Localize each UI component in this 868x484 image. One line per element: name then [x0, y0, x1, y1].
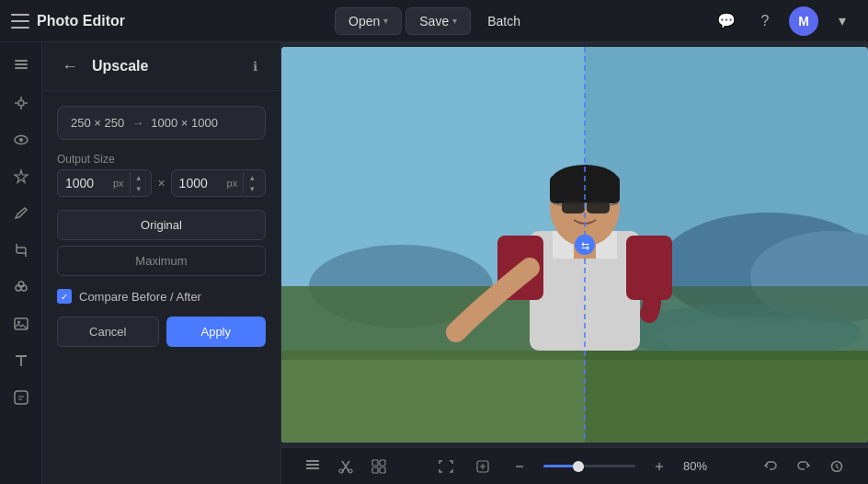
width-input[interactable] — [58, 170, 113, 196]
grid-bottom-icon[interactable] — [366, 454, 392, 479]
canvas-image-wrapper[interactable]: ⇆ — [281, 42, 868, 447]
size-to: 1000 × 1000 — [151, 116, 218, 130]
undo-icon[interactable] — [758, 454, 783, 479]
bottom-right-actions — [758, 454, 850, 479]
upscale-panel: ← Upscale ℹ 250 × 250 → 1000 × 1000 Outp… — [42, 42, 281, 484]
redo-icon[interactable] — [791, 454, 817, 479]
open-button[interactable]: Open ▾ — [335, 7, 402, 35]
back-button[interactable]: ← — [57, 53, 83, 79]
multiply-symbol: × — [157, 176, 165, 190]
svg-rect-16 — [15, 391, 28, 404]
bottom-left-tools — [300, 454, 392, 479]
width-down-btn[interactable]: ▼ — [131, 183, 147, 194]
svg-rect-45 — [306, 467, 319, 469]
sidebar-item-adjustments[interactable] — [5, 86, 38, 120]
svg-rect-46 — [306, 460, 319, 462]
help-icon: ? — [761, 13, 770, 29]
layers-bottom-icon[interactable] — [300, 454, 326, 479]
height-spinners: ▲ ▼ — [243, 172, 260, 194]
original-mode-button[interactable]: Original — [57, 210, 266, 240]
compare-checkbox-row[interactable]: ✓ Compare Before / After — [57, 289, 266, 304]
canvas-area: ⇆ — [281, 42, 868, 484]
bottom-bar: 80% — [281, 447, 868, 484]
width-unit: px — [113, 178, 130, 189]
width-spinners: ▲ ▼ — [130, 172, 147, 194]
height-input[interactable] — [172, 170, 227, 196]
sidebar-item-eye[interactable] — [5, 123, 38, 156]
panel-title: Upscale — [92, 58, 234, 75]
svg-point-3 — [18, 100, 24, 106]
sidebar-item-sticker[interactable] — [5, 381, 38, 414]
width-up-btn[interactable]: ▲ — [131, 172, 147, 183]
panel-body: 250 × 250 → 1000 × 1000 Output Size px ▲… — [42, 91, 280, 362]
size-from: 250 × 250 — [71, 116, 124, 130]
batch-button[interactable]: Batch — [474, 8, 533, 34]
sidebar-item-crop[interactable] — [5, 234, 38, 267]
open-chevron-icon: ▾ — [383, 16, 388, 26]
actual-size-icon[interactable] — [470, 454, 496, 479]
height-unit: px — [227, 178, 244, 189]
svg-rect-36 — [587, 201, 610, 213]
zoom-level: 80% — [683, 459, 716, 473]
history-icon[interactable] — [824, 454, 850, 479]
svg-rect-25 — [281, 351, 585, 443]
apply-button[interactable]: Apply — [166, 317, 267, 347]
save-button[interactable]: Save ▾ — [405, 7, 471, 35]
svg-rect-0 — [15, 63, 28, 65]
left-sidebar — [0, 42, 42, 484]
avatar[interactable]: M — [789, 6, 818, 36]
chat-icon: 💬 — [717, 12, 736, 29]
arrow-icon: → — [131, 116, 143, 130]
zoom-in-btn[interactable] — [646, 454, 672, 479]
sidebar-item-group[interactable] — [5, 271, 38, 304]
sidebar-item-magic[interactable] — [5, 160, 38, 193]
compare-checkbox[interactable]: ✓ — [57, 289, 72, 304]
svg-rect-51 — [372, 467, 378, 473]
compare-label: Compare Before / After — [79, 290, 201, 304]
action-buttons: Cancel Apply — [57, 317, 266, 347]
zoom-out-btn[interactable] — [507, 454, 532, 479]
sidebar-item-text[interactable] — [5, 344, 38, 377]
fit-screen-icon[interactable] — [433, 454, 459, 479]
app-title: Photo Editor — [37, 13, 125, 29]
bottom-center-zoom: 80% — [433, 454, 716, 479]
chat-icon-btn[interactable]: 💬 — [712, 6, 741, 36]
size-preview: 250 × 250 → 1000 × 1000 — [57, 106, 266, 140]
svg-rect-1 — [15, 67, 28, 69]
photo-mockup: ⇆ — [281, 47, 868, 443]
canvas-svg: ⇆ — [281, 47, 868, 443]
height-input-group: px ▲ ▼ — [171, 169, 266, 197]
svg-rect-35 — [562, 201, 585, 213]
menu-icon[interactable] — [11, 14, 29, 29]
svg-marker-10 — [15, 170, 28, 183]
chevron-down-icon: ▾ — [839, 12, 846, 29]
topbar: Photo Editor Open ▾ Save ▾ Batch 💬 ? M ▾ — [0, 0, 868, 42]
panel-header: ← Upscale ℹ — [42, 42, 280, 91]
height-down-btn[interactable]: ▼ — [244, 183, 260, 194]
expand-icon-btn[interactable]: ▾ — [828, 6, 857, 36]
svg-rect-2 — [15, 60, 28, 62]
main-content: ← Upscale ℹ 250 × 250 → 1000 × 1000 Outp… — [0, 42, 868, 484]
output-size-label: Output Size — [57, 153, 266, 166]
cut-bottom-icon[interactable] — [333, 454, 359, 479]
sidebar-item-image[interactable] — [5, 307, 38, 340]
svg-point-15 — [17, 321, 20, 324]
width-input-group: px ▲ ▼ — [57, 169, 152, 197]
topbar-center: Open ▾ Save ▾ Batch — [335, 7, 533, 35]
output-size-section: Output Size px ▲ ▼ × px — [57, 153, 266, 197]
mode-buttons: Original Maximum — [57, 210, 266, 276]
maximum-mode-button[interactable]: Maximum — [57, 246, 266, 276]
svg-rect-49 — [372, 460, 378, 466]
help-icon-btn[interactable]: ? — [750, 6, 780, 36]
svg-rect-50 — [380, 460, 385, 466]
sidebar-item-layers[interactable] — [5, 50, 38, 83]
info-button[interactable]: ℹ — [244, 55, 266, 77]
svg-rect-44 — [306, 464, 319, 466]
zoom-slider[interactable] — [543, 465, 635, 467]
info-icon: ℹ — [253, 59, 257, 74]
cancel-button[interactable]: Cancel — [57, 317, 159, 347]
size-inputs: px ▲ ▼ × px ▲ ▼ — [57, 169, 266, 197]
sidebar-item-draw[interactable] — [5, 197, 38, 230]
height-up-btn[interactable]: ▲ — [244, 172, 260, 183]
svg-point-9 — [19, 138, 23, 142]
